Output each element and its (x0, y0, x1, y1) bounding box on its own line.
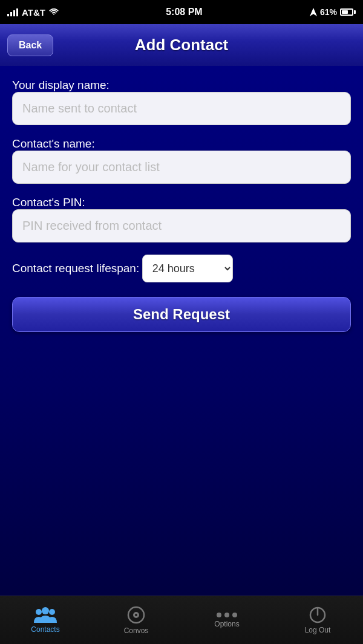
battery-percent: 61% (320, 7, 337, 17)
contacts-tab-icon (34, 607, 57, 623)
svg-point-6 (135, 614, 137, 616)
options-tab-label: Options (214, 620, 239, 628)
location-icon (310, 8, 317, 16)
logout-tab-icon (309, 607, 326, 623)
logout-tab-label: Log Out (305, 626, 331, 634)
convos-tab-icon (127, 606, 145, 624)
svg-point-3 (42, 607, 49, 614)
svg-point-1 (36, 609, 42, 615)
tab-bar: Contacts Convos Options Log Out (0, 596, 363, 644)
tab-contacts[interactable]: Contacts (0, 596, 91, 644)
options-tab-icon (217, 613, 237, 617)
wifi-icon (49, 8, 59, 16)
convos-tab-label: Convos (124, 626, 149, 635)
svg-point-2 (49, 609, 55, 615)
battery-icon (340, 8, 356, 16)
tab-logout[interactable]: Log Out (272, 596, 363, 644)
contact-pin-input[interactable] (12, 209, 351, 242)
svg-marker-0 (310, 8, 317, 16)
nav-bar: Back Add Contact (0, 24, 363, 67)
tab-convos[interactable]: Convos (91, 596, 182, 644)
status-right: 61% (310, 7, 356, 17)
status-bar: AT&T 5:08 PM 61% (0, 0, 363, 24)
carrier-label: AT&T (22, 7, 45, 18)
status-time: 5:08 PM (166, 7, 202, 18)
lifespan-label: Contact request lifespan: (12, 262, 139, 275)
main-content: Your display name: Contact's name: Conta… (0, 67, 363, 596)
status-left: AT&T (7, 7, 59, 18)
page-title: Add Contact (135, 36, 229, 54)
signal-bars (7, 8, 18, 16)
display-name-input[interactable] (12, 92, 351, 125)
back-button[interactable]: Back (7, 34, 53, 56)
contact-name-label: Contact's name: (12, 137, 95, 150)
contact-name-input[interactable] (12, 151, 351, 184)
lifespan-select[interactable]: 24 hours 1 hour 48 hours 72 hours 1 week (142, 255, 233, 282)
send-request-button[interactable]: Send Request (12, 297, 351, 332)
contacts-tab-label: Contacts (31, 625, 59, 634)
display-name-label: Your display name: (12, 79, 110, 91)
tab-options[interactable]: Options (182, 596, 272, 644)
contact-pin-label: Contact's PIN: (12, 196, 85, 209)
